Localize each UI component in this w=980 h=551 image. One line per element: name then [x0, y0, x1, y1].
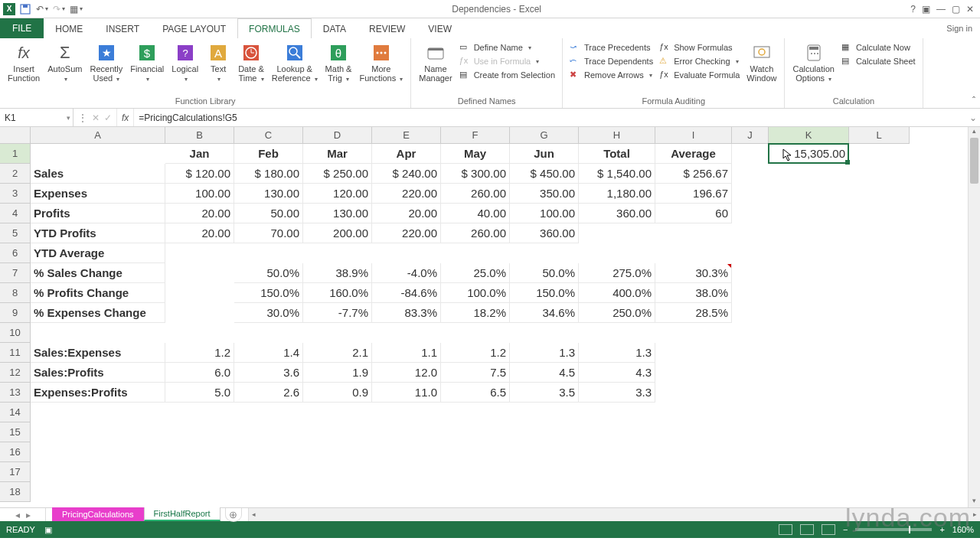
horizontal-scrollbar[interactable]: ◂ ▸	[248, 508, 980, 521]
cell-C3[interactable]: 130.00	[234, 184, 303, 204]
name-manager-button[interactable]: NameManager	[416, 41, 455, 84]
cell-F1[interactable]: May	[441, 144, 510, 164]
more-functions-button[interactable]: MoreFunctions ▾	[356, 41, 406, 86]
cell-C8[interactable]: 150.0%	[234, 283, 303, 303]
row-header-9[interactable]: 9	[0, 303, 31, 323]
row-header-3[interactable]: 3	[0, 184, 31, 204]
cell-A4[interactable]: Profits	[31, 204, 165, 223]
cell-F5[interactable]: 260.00	[441, 223, 510, 243]
cell-D9[interactable]: -7.7%	[303, 303, 372, 323]
cell-K1[interactable]: 15,305.00	[769, 144, 849, 164]
cell-E2[interactable]: $ 240.00	[372, 164, 441, 184]
cell-E1[interactable]: Apr	[372, 144, 441, 164]
cell-H8[interactable]: 400.0%	[579, 283, 655, 303]
cell-F11[interactable]: 1.2	[441, 343, 510, 363]
row-header-5[interactable]: 5	[0, 223, 31, 243]
use-in-formula-button[interactable]: ƒxUse in Formula▾	[457, 55, 557, 67]
undo-icon[interactable]: ↶▾	[35, 2, 49, 16]
select-all-corner[interactable]	[0, 127, 31, 144]
cell-E4[interactable]: 20.00	[372, 204, 441, 223]
row-header-15[interactable]: 15	[0, 422, 31, 442]
normal-view-button[interactable]	[779, 524, 792, 535]
ribbon-display-icon[interactable]: ▣	[922, 4, 930, 15]
cell-D11[interactable]: 2.1	[303, 343, 372, 363]
zoom-slider[interactable]	[855, 528, 932, 531]
text-button[interactable]: A Text▾	[203, 41, 234, 86]
lookup-reference-button[interactable]: Lookup &Reference ▾	[269, 41, 321, 86]
cell-D13[interactable]: 0.9	[303, 383, 372, 403]
column-header-A[interactable]: A	[31, 127, 165, 144]
cell-B5[interactable]: 20.00	[165, 223, 234, 243]
cell-C1[interactable]: Feb	[234, 144, 303, 164]
cell-I9[interactable]: 28.5%	[655, 303, 732, 323]
cell-G2[interactable]: $ 450.00	[510, 164, 579, 184]
cell-B2[interactable]: $ 120.00	[165, 164, 234, 184]
sheet-tab-pricingcalculations[interactable]: PricingCalculations	[52, 507, 144, 521]
cell-B12[interactable]: 6.0	[165, 363, 234, 383]
calculate-now-button[interactable]: ▦Calculate Now	[839, 41, 918, 54]
row-header-2[interactable]: 2	[0, 164, 31, 184]
save-icon[interactable]	[18, 2, 32, 16]
formula-input[interactable]: =PricingCalculations!G5	[134, 109, 966, 126]
help-icon[interactable]: ?	[910, 4, 916, 15]
cell-E12[interactable]: 12.0	[372, 363, 441, 383]
cell-E5[interactable]: 220.00	[372, 223, 441, 243]
cell-D1[interactable]: Mar	[303, 144, 372, 164]
cell-D12[interactable]: 1.9	[303, 363, 372, 383]
tab-data[interactable]: DATA	[312, 18, 358, 38]
cell-B4[interactable]: 20.00	[165, 204, 234, 223]
tab-home[interactable]: HOME	[44, 18, 94, 38]
cell-F13[interactable]: 6.5	[441, 383, 510, 403]
cancel-formula-icon[interactable]: ✕	[92, 112, 100, 123]
cell-E3[interactable]: 220.00	[372, 184, 441, 204]
tab-view[interactable]: VIEW	[416, 18, 463, 38]
recently-used-button[interactable]: ★ RecentlyUsed ▾	[87, 41, 126, 86]
sign-in-link[interactable]: Sign in	[946, 18, 980, 38]
cell-F12[interactable]: 7.5	[441, 363, 510, 383]
zoom-out-button[interactable]: −	[843, 525, 848, 534]
column-header-F[interactable]: F	[441, 127, 510, 144]
qat-more-icon[interactable]: ▦▾	[69, 2, 83, 16]
column-header-B[interactable]: B	[165, 127, 234, 144]
date-time-button[interactable]: Date &Time ▾	[235, 41, 267, 86]
row-header-6[interactable]: 6	[0, 243, 31, 263]
cell-D7[interactable]: 38.9%	[303, 263, 372, 283]
cell-D8[interactable]: 160.0%	[303, 283, 372, 303]
cell-G13[interactable]: 3.5	[510, 383, 579, 403]
autosum-button[interactable]: Σ AutoSum▾	[44, 41, 85, 86]
cell-H4[interactable]: 360.00	[579, 204, 655, 223]
row-header-17[interactable]: 17	[0, 462, 31, 482]
row-header-12[interactable]: 12	[0, 363, 31, 383]
macro-record-icon[interactable]: ▣	[44, 525, 52, 535]
cell-G7[interactable]: 50.0%	[510, 263, 579, 283]
cell-F7[interactable]: 25.0%	[441, 263, 510, 283]
remove-arrows-button[interactable]: ✖Remove Arrows▾	[567, 69, 655, 81]
math-trig-button[interactable]: θ Math &Trig ▾	[322, 41, 355, 86]
name-box[interactable]: K1▾	[0, 109, 74, 126]
cell-F9[interactable]: 18.2%	[441, 303, 510, 323]
cell-H13[interactable]: 3.3	[579, 383, 655, 403]
cell-C12[interactable]: 3.6	[234, 363, 303, 383]
cell-C11[interactable]: 1.4	[234, 343, 303, 363]
tab-insert[interactable]: INSERT	[94, 18, 151, 38]
zoom-in-button[interactable]: +	[939, 525, 944, 534]
cell-E7[interactable]: -4.0%	[372, 263, 441, 283]
expand-formula-bar-icon[interactable]: ⌄	[966, 109, 980, 126]
cell-C5[interactable]: 70.00	[234, 223, 303, 243]
cell-H11[interactable]: 1.3	[579, 343, 655, 363]
cell-D4[interactable]: 130.00	[303, 204, 372, 223]
cell-A11[interactable]: Sales:Expenses	[31, 343, 165, 363]
cell-G3[interactable]: 350.00	[510, 184, 579, 204]
cell-H3[interactable]: 1,180.00	[579, 184, 655, 204]
cell-I8[interactable]: 38.0%	[655, 283, 732, 303]
cell-H9[interactable]: 250.0%	[579, 303, 655, 323]
row-header-13[interactable]: 13	[0, 383, 31, 403]
cell-G12[interactable]: 4.5	[510, 363, 579, 383]
cell-H12[interactable]: 4.3	[579, 363, 655, 383]
cell-C9[interactable]: 30.0%	[234, 303, 303, 323]
close-icon[interactable]: ✕	[966, 4, 974, 15]
sheet-nav-next-icon[interactable]: ▸	[26, 510, 31, 520]
insert-function-button[interactable]: fx InsertFunction	[5, 41, 43, 84]
tab-page-layout[interactable]: PAGE LAYOUT	[151, 18, 237, 38]
cell-F8[interactable]: 100.0%	[441, 283, 510, 303]
